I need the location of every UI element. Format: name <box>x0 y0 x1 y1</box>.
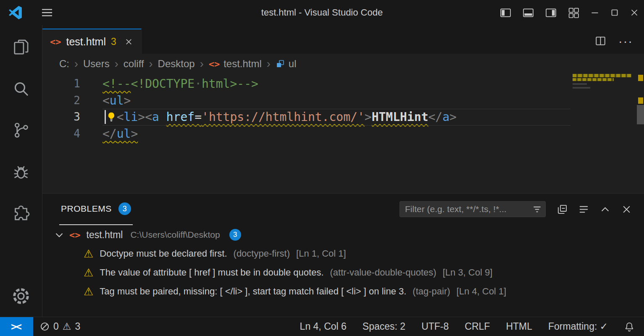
tab-test-html[interactable]: <> test.html 3 <box>42 29 142 54</box>
activity-settings[interactable] <box>0 275 42 317</box>
code-token-url[interactable]: 'https://htmlhint.com/' <box>202 110 365 124</box>
breadcrumb-label: Desktop <box>158 58 195 70</box>
html-file-icon: <> <box>50 37 61 47</box>
problems-file-name: test.html <box>87 229 123 241</box>
ruler-warning-mark <box>638 97 643 104</box>
maximize-button[interactable] <box>605 0 624 25</box>
code-token: </ <box>428 110 442 124</box>
customize-layout-icon[interactable] <box>562 0 585 25</box>
filter-icon[interactable] <box>532 205 542 214</box>
lightbulb-icon[interactable] <box>106 111 117 122</box>
minimap-line-highlight <box>573 74 631 77</box>
status-encoding[interactable]: UTF-8 <box>421 321 449 332</box>
code-token <box>159 110 166 124</box>
editor-line-4[interactable]: 4 </ul> <box>42 126 644 142</box>
whitespace-dot: · <box>195 77 202 91</box>
status-bar: >< 0 ⚠ 3 Ln 4, Col 6 Spaces: 2 UTF-8 CRL… <box>0 317 644 336</box>
code-token: a <box>442 110 449 124</box>
source-control-branch-icon <box>12 121 30 139</box>
extensions-icon <box>12 204 30 223</box>
problems-panel: PROBLEMS 3 <box>42 193 644 317</box>
toggle-panel-icon[interactable] <box>517 0 539 25</box>
chevron-right-icon: › <box>74 58 79 71</box>
tab-close-icon[interactable] <box>124 37 134 47</box>
breadcrumb-coliff[interactable]: coliff <box>124 58 144 70</box>
code-token: a <box>152 110 159 124</box>
status-formatting[interactable]: Formatting: ✓ <box>548 321 608 332</box>
editor-line-3-current[interactable]: 3 <li><a href='https://htmlhint.com/'>HT… <box>42 109 644 126</box>
html-file-icon: <> <box>69 230 81 240</box>
panel-header: PROBLEMS 3 <box>42 194 644 225</box>
problem-message: The value of attribute [ href ] must be … <box>100 267 323 278</box>
code-token-text: HTMLHint <box>372 110 428 124</box>
collapse-all-icon[interactable] <box>557 204 568 215</box>
activity-bar <box>0 25 42 317</box>
chevron-down-icon[interactable] <box>55 232 63 238</box>
breadcrumb-users[interactable]: Users <box>83 58 110 70</box>
code-token: > <box>138 110 145 124</box>
code-text: </ul> <box>103 126 138 142</box>
status-error-count: 0 <box>53 321 59 332</box>
remote-indicator[interactable]: >< <box>0 317 33 336</box>
breadcrumb-drive[interactable]: C: <box>59 58 69 70</box>
status-indentation[interactable]: Spaces: 2 <box>363 321 405 332</box>
tab-problems[interactable]: PROBLEMS 3 <box>59 193 133 225</box>
tab-problems-badge: 3 <box>111 36 116 47</box>
code-text: <li><a href='https://htmlhint.com/'>HTML… <box>103 109 457 126</box>
scrollbar-thumb[interactable] <box>637 105 644 124</box>
breadcrumb-file[interactable]: <>test.html <box>209 58 262 70</box>
status-line-col[interactable]: Ln 4, Col 6 <box>300 321 347 332</box>
files-icon <box>12 38 30 56</box>
activity-source-control[interactable] <box>0 109 42 151</box>
text-cursor <box>105 110 106 124</box>
minimap-line-highlight <box>573 78 614 81</box>
editor-line-1[interactable]: 1 <!--<!DOCTYPE·html>--> <box>42 76 644 92</box>
activity-explorer[interactable] <box>0 26 42 68</box>
overview-ruler-scrollbar[interactable] <box>637 74 644 193</box>
problems-file-group[interactable]: <> test.html C:\Users\coliff\Desktop 3 <box>42 226 644 244</box>
minimize-button[interactable] <box>585 0 605 25</box>
code-editor[interactable]: 1 <!--<!DOCTYPE·html>--> 2 <ul> 3 <li><a… <box>42 74 644 193</box>
problems-filter-input[interactable] <box>400 201 546 217</box>
toggle-secondary-sidebar-icon[interactable] <box>539 0 562 25</box>
breadcrumb-desktop[interactable]: Desktop <box>158 58 195 70</box>
chevron-right-icon: › <box>148 58 154 71</box>
activity-search[interactable] <box>0 68 42 109</box>
vscode-logo-icon <box>8 5 23 20</box>
workbench-main: <> test.html 3 ··· C: › Users › <box>0 25 644 317</box>
problem-message: Doctype must be declared first. <box>100 248 227 259</box>
problems-list: <> test.html C:\Users\coliff\Desktop 3 ⚠… <box>42 225 644 301</box>
more-actions-icon[interactable]: ··· <box>618 39 633 43</box>
window-title: test.html - Visual Studio Code <box>261 7 383 18</box>
vscode-window: test.html - Visual Studio Code <box>0 0 644 336</box>
tabbar-actions: ··· <box>594 35 644 54</box>
split-editor-icon[interactable] <box>594 35 607 47</box>
panel-close-icon[interactable] <box>621 204 632 215</box>
close-button[interactable] <box>624 0 644 25</box>
html-file-icon: <> <box>209 59 220 69</box>
ruler-warning-mark <box>638 75 643 81</box>
activity-run-debug[interactable] <box>0 151 42 192</box>
code-token: < <box>145 110 152 124</box>
code-token: > <box>449 110 457 124</box>
view-as-table-icon[interactable] <box>578 204 589 215</box>
toggle-primary-sidebar-icon[interactable] <box>494 0 517 25</box>
menu-hamburger-icon[interactable] <box>40 6 54 19</box>
titlebar-left <box>0 5 54 20</box>
problem-location: [Ln 3, Col 9] <box>443 267 493 278</box>
panel-maximize-chevron-up-icon[interactable] <box>599 204 611 215</box>
breadcrumb: C: › Users › coliff › Desktop › <>test.h… <box>42 54 644 74</box>
code-text: <!--<!DOCTYPE·html>--> <box>103 76 258 92</box>
problem-item-2[interactable]: ⚠ The value of attribute [ href ] must b… <box>42 263 644 282</box>
editor-line-2[interactable]: 2 <ul> <box>42 92 644 109</box>
notifications-bell-icon[interactable] <box>624 321 635 332</box>
activity-extensions[interactable] <box>0 192 42 234</box>
problem-item-3[interactable]: ⚠ Tag must be paired, missing: [ </li> ]… <box>42 282 644 301</box>
minimap[interactable] <box>573 74 631 101</box>
status-problems[interactable]: 0 ⚠ 3 <box>33 317 87 336</box>
problem-rule: (doctype-first) <box>234 248 290 259</box>
status-eol[interactable]: CRLF <box>465 321 490 332</box>
status-language[interactable]: HTML <box>506 321 532 332</box>
breadcrumb-symbol-ul[interactable]: ul <box>276 58 297 70</box>
problem-item-1[interactable]: ⚠ Doctype must be declared first. (docty… <box>42 244 644 263</box>
